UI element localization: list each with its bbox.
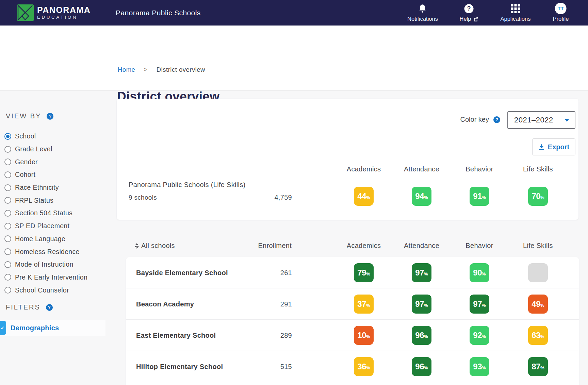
export-button[interactable]: Export (532, 138, 575, 155)
view-by-option-label: SP ED Placement (15, 222, 69, 230)
view-by-option-label: Grade Level (15, 145, 52, 153)
view-by-option-section-504-status[interactable]: Section 504 Status (0, 207, 105, 220)
school-year-value: 2021–2022 (514, 116, 565, 124)
school-name-link[interactable]: Beacon Academy (136, 300, 194, 308)
score-value: 87 (532, 362, 540, 371)
school-name-link[interactable]: East Elementary School (136, 331, 216, 339)
school-name-link[interactable]: Bayside Elementary School (136, 269, 228, 277)
score-badge-life-skills[interactable]: 63% (528, 326, 548, 345)
filters-help-icon[interactable]: ? (46, 304, 53, 311)
percent-sign: % (482, 303, 486, 308)
radio-unselected-icon[interactable] (4, 158, 11, 165)
view-by-option-label: Section 504 Status (15, 209, 72, 217)
percent-sign: % (540, 303, 544, 308)
view-by-option-school-counselor[interactable]: School Counselor (0, 284, 105, 297)
view-by-option-gender[interactable]: Gender (0, 155, 105, 168)
enrollment-value: 289 (280, 331, 292, 339)
apps-grid-icon (511, 4, 520, 13)
radio-unselected-icon[interactable] (4, 197, 11, 204)
percent-sign: % (482, 271, 486, 277)
score-badge-attendance[interactable]: 96% (412, 357, 431, 376)
score-badge-behavior[interactable]: 92% (470, 326, 489, 345)
percent-sign: % (424, 303, 428, 308)
percent-sign: % (540, 195, 544, 200)
score-badge-behavior[interactable]: 97% (470, 295, 489, 314)
breadcrumb-home-link[interactable]: Home (118, 66, 135, 73)
view-by-option-mode-of-instruction[interactable]: Mode of Instruction (0, 258, 105, 271)
filter-demographics-link[interactable]: Demographics (11, 324, 59, 332)
column-header-life-skills: Life Skills (523, 242, 553, 250)
view-by-option-school[interactable]: School (0, 130, 105, 143)
radio-unselected-icon[interactable] (4, 171, 11, 178)
score-badge-behavior[interactable]: 91% (470, 187, 489, 206)
view-by-option-sp-ed-placement[interactable]: SP ED Placement (0, 220, 105, 233)
column-header-attendance: Attendance (404, 242, 439, 250)
district-overview-page: PANORAMA EDUCATION Panorama Public Schoo… (0, 0, 588, 385)
score-badge-empty-life-skills (528, 263, 548, 282)
score-badge-behavior[interactable]: 93% (470, 357, 489, 376)
percent-sign: % (540, 365, 544, 370)
panorama-logo[interactable]: PANORAMA EDUCATION (17, 4, 91, 21)
radio-unselected-icon[interactable] (4, 223, 11, 230)
active-filter-check-icon: ✓ (0, 321, 6, 335)
enrollment-header: Enrollment (258, 242, 292, 250)
school-year-dropdown[interactable]: 2021–2022 (507, 111, 575, 129)
radio-unselected-icon[interactable] (4, 287, 11, 294)
radio-unselected-icon[interactable] (4, 146, 11, 153)
radio-unselected-icon[interactable] (4, 274, 11, 281)
bell-icon (418, 4, 427, 14)
radio-selected-icon[interactable] (4, 133, 11, 140)
column-header-life-skills: Life Skills (523, 165, 553, 173)
view-by-option-pre-k-early-intervention[interactable]: Pre K Early Intervention (0, 271, 105, 284)
nav-applications[interactable]: Applications (501, 0, 531, 26)
score-badge-academics[interactable]: 10% (354, 326, 374, 345)
sort-icon (135, 242, 139, 249)
view-by-option-label: School (15, 132, 36, 140)
score-badge-behavior[interactable]: 90% (470, 263, 489, 282)
score-badge-attendance[interactable]: 97% (412, 295, 431, 314)
radio-unselected-icon[interactable] (4, 210, 11, 217)
table-row-bayside-elementary-school: Bayside Elementary School26179%97%90% (126, 257, 579, 288)
radio-unselected-icon[interactable] (4, 261, 11, 268)
view-by-option-cohort[interactable]: Cohort (0, 168, 105, 181)
view-by-help-icon[interactable]: ? (47, 113, 53, 120)
view-by-options: SchoolGrade LevelGenderCohortRace Ethnic… (0, 130, 105, 297)
score-badge-academics[interactable]: 36% (354, 357, 374, 376)
score-badge-life-skills[interactable]: 70% (528, 187, 548, 206)
all-schools-header: All schools (141, 242, 175, 250)
radio-unselected-icon[interactable] (4, 184, 11, 191)
score-badge-academics[interactable]: 79% (354, 263, 374, 282)
score-badge-academics[interactable]: 44% (354, 187, 374, 206)
sort-all-schools[interactable]: All schools (135, 242, 175, 250)
enrollment-value: 261 (280, 269, 292, 277)
school-name-link[interactable]: Hilltop Elementary School (136, 363, 223, 370)
score-badge-attendance[interactable]: 96% (412, 326, 431, 345)
percent-sign: % (482, 334, 486, 339)
percent-sign: % (366, 195, 370, 200)
page-header-band: Home > District overview District overvi… (0, 26, 588, 91)
nav-help[interactable]: ? Help (460, 0, 478, 26)
score-badge-attendance[interactable]: 94% (412, 187, 431, 206)
percent-sign: % (424, 195, 428, 200)
table-row-beacon-academy: Beacon Academy29137%97%97%49% (126, 288, 579, 320)
score-value: 44 (357, 191, 366, 201)
help-circle-icon: ? (464, 4, 474, 13)
caret-down-icon (565, 119, 569, 122)
score-value: 92 (473, 331, 482, 340)
color-key-help-icon[interactable]: ? (493, 116, 500, 123)
percent-sign: % (424, 271, 428, 277)
score-badge-life-skills[interactable]: 87% (528, 357, 548, 376)
view-by-option-label: FRPL Status (15, 197, 53, 204)
breadcrumb-current: District overview (157, 66, 205, 73)
view-by-option-grade-level[interactable]: Grade Level (0, 143, 105, 156)
view-by-option-frpl-status[interactable]: FRPL Status (0, 194, 105, 207)
column-header-attendance: Attendance (404, 165, 439, 173)
percent-sign: % (366, 334, 370, 339)
score-badge-life-skills[interactable]: 49% (528, 295, 548, 314)
score-badge-attendance[interactable]: 97% (412, 263, 431, 282)
district-row-name: Panorama Public Schools (Life Skills) (129, 181, 245, 189)
nav-notifications[interactable]: Notifications (407, 0, 438, 26)
score-badge-academics[interactable]: 37% (354, 295, 374, 314)
view-by-option-race-ethnicity[interactable]: Race Ethnicity (0, 181, 105, 194)
nav-profile[interactable]: TT Profile (553, 0, 569, 26)
